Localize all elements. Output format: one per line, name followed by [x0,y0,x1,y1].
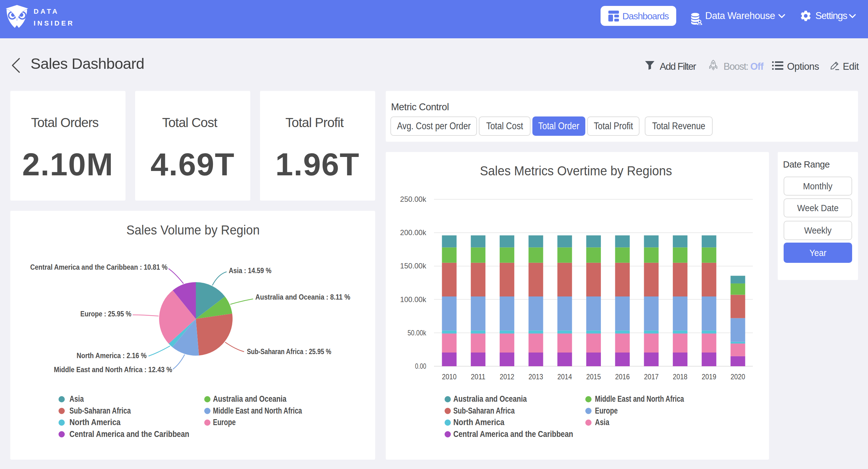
svg-text:200.00k: 200.00k [400,228,427,237]
svg-text:150.00k: 150.00k [400,262,427,270]
svg-text:Sub-Saharan Africa: Sub-Saharan Africa [69,406,131,415]
svg-text:Europe: Europe [595,406,618,415]
svg-text:2013: 2013 [529,373,543,381]
svg-text:2015: 2015 [586,373,601,381]
svg-text:2016: 2016 [615,373,630,381]
svg-text:2014: 2014 [557,373,572,381]
svg-text:2019: 2019 [702,373,716,381]
svg-text:2010: 2010 [442,373,457,381]
svg-text:Central America and the Caribb: Central America and the Caribbean : 10.8… [30,263,167,271]
svg-text:Asia: Asia [69,394,84,404]
svg-text:Middle East and North Africa: Middle East and North Africa [213,406,302,415]
svg-text:2018: 2018 [673,373,687,381]
svg-text:2011: 2011 [471,373,485,381]
svg-text:Middle East and North Africa :: Middle East and North Africa : 12.43 % [54,365,172,374]
svg-text:Australia and Oceania : 8.11 %: Australia and Oceania : 8.11 % [255,293,350,301]
svg-text:Sales Metrics Overtime by Regi: Sales Metrics Overtime by Regions [480,164,672,178]
svg-text:Sub-Saharan Africa: Sub-Saharan Africa [453,406,515,415]
svg-text:250.00k: 250.00k [400,195,427,203]
svg-text:Central America and the Caribb: Central America and the Caribbean [69,430,189,439]
svg-text:Sub-Saharan Africa : 25.95 %: Sub-Saharan Africa : 25.95 % [247,347,331,356]
svg-text:Europe : 25.95 %: Europe : 25.95 % [80,310,131,318]
svg-text:Australia and Oceania: Australia and Oceania [453,394,527,404]
svg-text:North America: North America [69,418,121,427]
svg-text:Central America and the Caribb: Central America and the Caribbean [453,430,573,439]
svg-text:North America : 2.16 %: North America : 2.16 % [76,351,147,360]
svg-text:North America: North America [453,418,505,427]
svg-text:Asia : 14.59 %: Asia : 14.59 % [229,266,272,275]
svg-text:Asia: Asia [595,418,610,427]
svg-text:Australia and Oceania: Australia and Oceania [213,394,287,404]
svg-text:2020: 2020 [731,373,745,381]
svg-text:Middle East and North Africa: Middle East and North Africa [595,394,684,404]
svg-text:0.00: 0.00 [415,362,426,370]
svg-text:Sales Volume by Region: Sales Volume by Region [126,223,260,237]
svg-text:100.00k: 100.00k [400,295,427,304]
svg-text:Europe: Europe [213,418,236,427]
svg-text:50.00k: 50.00k [407,328,427,337]
svg-text:2012: 2012 [500,373,514,381]
svg-text:2017: 2017 [644,373,658,381]
